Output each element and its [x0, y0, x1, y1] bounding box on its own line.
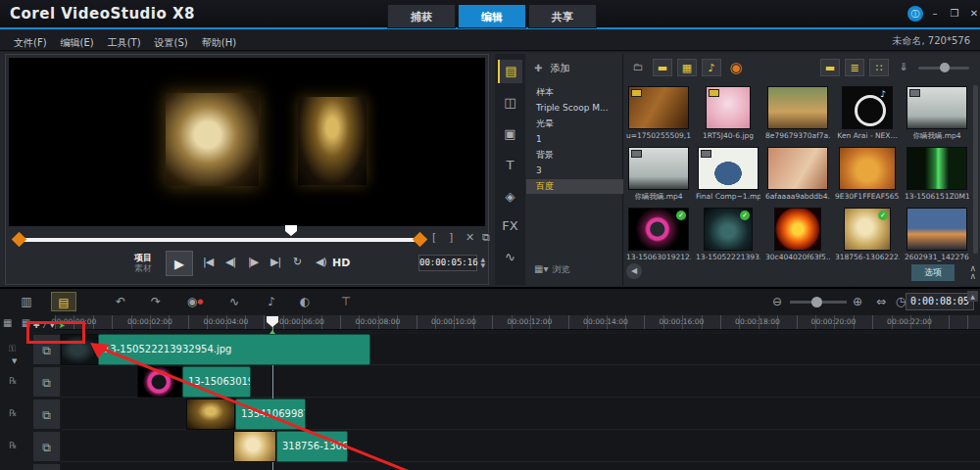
- media-item[interactable]: 你瞒我瞒.mp4: [905, 86, 969, 141]
- gallery-scrollbar[interactable]: [973, 85, 978, 254]
- media-item[interactable]: 6afaaaa9abddb4...: [765, 147, 830, 201]
- title-icon[interactable]: T: [498, 154, 522, 177]
- media-item[interactable]: ✓13-15063019212...: [626, 208, 691, 261]
- zoom-in-icon[interactable]: ⊕: [845, 292, 870, 311]
- restore-icon[interactable]: ❐: [947, 6, 962, 22]
- volume-button[interactable]: ◀): [316, 256, 326, 268]
- motion-tracking-icon[interactable]: ◐: [292, 292, 318, 311]
- timecode-spinner[interactable]: ▲▼: [480, 257, 485, 268]
- category-光晕[interactable]: 光晕: [526, 117, 623, 131]
- media-item[interactable]: 13-1506151Z0M1...: [905, 147, 969, 201]
- category-3[interactable]: 3: [526, 164, 623, 178]
- menu-文件(F)[interactable]: 文件(F): [14, 33, 47, 53]
- track-rail-icon[interactable]: ⚿: [9, 344, 16, 354]
- timeline-ruler[interactable]: 00:00:00:0000:00:02:0000:00:04:0000:00:0…: [55, 315, 980, 330]
- clip-thumbnail[interactable]: [233, 431, 276, 462]
- slider-knob[interactable]: [940, 63, 950, 72]
- mark-in-icon[interactable]: [: [432, 231, 436, 244]
- undo-icon[interactable]: ↶: [108, 292, 133, 311]
- filter-photo-icon[interactable]: ▦: [677, 59, 697, 76]
- track-header-4[interactable]: ⧉: [32, 431, 61, 462]
- track-rail-icon[interactable]: ℞: [9, 441, 17, 450]
- filter-audio-icon[interactable]: ♪: [702, 59, 721, 76]
- menu-设置(S)[interactable]: 设置(S): [155, 33, 188, 53]
- menu-帮助(H)[interactable]: 帮助(H): [202, 33, 236, 53]
- media-item[interactable]: ✓13-15052221393...: [696, 208, 760, 261]
- grid-view-icon[interactable]: ∷: [869, 59, 889, 76]
- timeline-clip[interactable]: 13-150630192: [182, 366, 251, 398]
- add-category-button[interactable]: ✚添加: [534, 62, 569, 75]
- folder-icon[interactable]: 🗀: [628, 59, 648, 76]
- filter-video-icon[interactable]: ▬: [653, 59, 672, 76]
- category-样本[interactable]: 样本: [526, 85, 623, 100]
- filter-fx-icon[interactable]: FX: [498, 214, 522, 238]
- play-button[interactable]: ▶: [166, 251, 193, 276]
- media-item[interactable]: 30c404020f63f5...: [765, 208, 830, 261]
- zoom-out-icon[interactable]: ⊖: [764, 292, 790, 311]
- clip-thumbnail[interactable]: [186, 399, 235, 430]
- gallery-back-button[interactable]: ◀: [626, 263, 642, 279]
- instant-project-icon[interactable]: ◫: [498, 91, 522, 115]
- category-Triple Scoop M...[interactable]: Triple Scoop M...: [526, 101, 623, 116]
- trim-end-handle[interactable]: [413, 232, 428, 248]
- track-row-5[interactable]: [62, 463, 980, 470]
- timeline-timecode[interactable]: 0:00:08:05: [906, 293, 974, 310]
- track-row-4[interactable]: [62, 431, 980, 462]
- subtitle-editor-icon[interactable]: ⊤: [333, 292, 359, 311]
- track-header-3[interactable]: ⧉: [32, 399, 61, 430]
- tab-编辑[interactable]: 编辑: [458, 4, 526, 28]
- media-item[interactable]: ✓318756-1306222...: [835, 208, 900, 261]
- minimize-icon[interactable]: –: [927, 6, 943, 22]
- auto-music-icon[interactable]: ♪: [259, 292, 284, 311]
- preview-timecode[interactable]: 00:00:05:16: [418, 255, 477, 271]
- hd-toggle[interactable]: HD: [332, 257, 350, 269]
- clip-thumbnail[interactable]: [137, 366, 182, 398]
- media-item[interactable]: 8e79679370af7a...: [765, 86, 830, 140]
- cut-icon[interactable]: ✕: [466, 231, 474, 244]
- tab-共享[interactable]: 共享: [528, 4, 597, 28]
- record-import-icon[interactable]: ◉: [726, 59, 746, 76]
- menu-编辑(E)[interactable]: 编辑(E): [61, 33, 94, 53]
- storyboard-view-icon[interactable]: ▥: [14, 292, 39, 311]
- import-media-icon[interactable]: ⇓: [894, 59, 913, 76]
- motion-path-icon[interactable]: ∿: [498, 246, 522, 269]
- timeline-clip[interactable]: 135410699876: [235, 399, 306, 430]
- split-icon[interactable]: ⧉: [482, 231, 490, 244]
- sound-mixer-icon[interactable]: ∿: [221, 292, 247, 311]
- list-view-icon[interactable]: ≣: [845, 59, 864, 76]
- media-item[interactable]: Final Comp~1.mp4: [696, 147, 760, 201]
- close-icon[interactable]: ✕: [966, 6, 980, 22]
- timeline-clip[interactable]: 13-150522213932954.jpg: [98, 334, 370, 365]
- media-item[interactable]: Ken Arai - NEX...: [835, 86, 900, 140]
- mode-clip-label[interactable]: 素材: [134, 263, 152, 274]
- category-1[interactable]: 1: [526, 132, 623, 147]
- ruler-end-button[interactable]: ▲: [967, 291, 978, 302]
- redo-icon[interactable]: ↷: [143, 292, 169, 311]
- graphic-icon[interactable]: ◈: [498, 185, 522, 209]
- media-item[interactable]: u=1750255509,1...: [626, 86, 691, 140]
- track-header-5[interactable]: [32, 463, 61, 470]
- scrub-playhead[interactable]: [285, 225, 297, 236]
- category-背景[interactable]: 背景: [526, 148, 623, 163]
- options-button[interactable]: 选项: [911, 264, 955, 281]
- trim-start-handle[interactable]: [12, 232, 27, 248]
- help-icon[interactable]: ⓘ: [907, 6, 923, 22]
- browse-button[interactable]: ▦▾浏览: [534, 263, 569, 276]
- mode-project-label[interactable]: 项目: [134, 253, 152, 263]
- transition-icon[interactable]: ▣: [498, 122, 522, 146]
- media-item[interactable]: 2602931_142276...: [905, 208, 969, 261]
- thumb-view-icon[interactable]: ▬: [820, 59, 840, 76]
- collapse-chevron-icon[interactable]: ∧∧: [969, 264, 976, 280]
- category-百度[interactable]: 百度: [526, 179, 623, 194]
- menu-工具(T)[interactable]: 工具(T): [108, 33, 141, 53]
- track-rail-icon[interactable]: ℞: [9, 376, 17, 386]
- scrub-bar[interactable]: [17, 238, 416, 242]
- media-item[interactable]: 你瞒我瞒.mp4: [626, 147, 691, 202]
- timeline-zoom-knob[interactable]: [811, 297, 822, 307]
- tab-捕获[interactable]: 捕获: [387, 4, 456, 28]
- track-rail-icon[interactable]: ℞: [9, 408, 17, 418]
- mark-out-icon[interactable]: ]: [449, 231, 453, 244]
- prev-frame-button[interactable]: ◀|: [225, 256, 235, 268]
- media-library-icon[interactable]: ▤: [498, 60, 522, 83]
- repeat-button[interactable]: ↻: [293, 256, 301, 268]
